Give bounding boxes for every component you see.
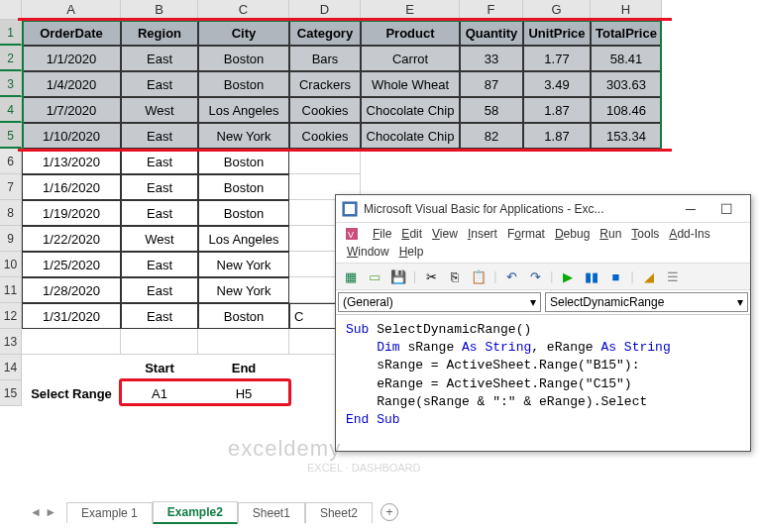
cell[interactable]: 1.87: [523, 97, 591, 123]
cell[interactable]: 1.87: [523, 123, 591, 149]
col-header-B[interactable]: B: [121, 0, 198, 20]
cell[interactable]: 303.63: [591, 71, 662, 97]
save-icon[interactable]: 💾: [389, 267, 407, 285]
cell[interactable]: [121, 329, 198, 355]
project-icon[interactable]: ☰: [664, 267, 682, 285]
cell-end-header[interactable]: End: [198, 355, 289, 380]
cell[interactable]: New York: [198, 123, 289, 149]
tab-example1[interactable]: Example 1: [66, 502, 153, 523]
cell[interactable]: OrderDate: [22, 20, 121, 46]
cell[interactable]: West: [121, 97, 198, 123]
cell[interactable]: East: [121, 149, 198, 174]
cell[interactable]: 1/13/2020: [22, 149, 121, 174]
cell[interactable]: Boston: [198, 200, 289, 226]
cell[interactable]: 1/22/2020: [22, 226, 121, 252]
row-header-6[interactable]: 6: [0, 149, 22, 174]
cell[interactable]: Whole Wheat: [361, 71, 460, 97]
cell[interactable]: 108.46: [591, 97, 662, 123]
cell[interactable]: West: [121, 226, 198, 252]
col-header-G[interactable]: G: [523, 0, 591, 20]
cell[interactable]: Cookies: [289, 97, 361, 123]
cell[interactable]: 153.34: [591, 123, 662, 149]
row-header-5[interactable]: 5: [0, 123, 22, 149]
cell[interactable]: 58.41: [591, 46, 662, 71]
object-dropdown[interactable]: (General) ▾: [338, 292, 541, 312]
tab-sheet2[interactable]: Sheet2: [305, 502, 373, 523]
menu-run[interactable]: Run: [597, 226, 624, 242]
cell[interactable]: City: [198, 20, 289, 46]
menu-edit[interactable]: Edit: [398, 226, 425, 242]
cell[interactable]: Boston: [198, 149, 289, 174]
cell[interactable]: UnitPrice: [523, 20, 591, 46]
cell[interactable]: New York: [198, 277, 289, 303]
cell[interactable]: Quantity: [460, 20, 523, 46]
cell[interactable]: 1/16/2020: [22, 174, 121, 200]
cell[interactable]: 1/31/2020: [22, 303, 121, 329]
row-header-15[interactable]: 15: [0, 380, 22, 406]
undo-icon[interactable]: ↶: [502, 267, 520, 285]
cut-icon[interactable]: ✂: [422, 267, 440, 285]
cell[interactable]: 33: [460, 46, 523, 71]
cell[interactable]: Los Angeles: [198, 97, 289, 123]
cell[interactable]: TotalPrice: [591, 20, 662, 46]
row-header-3[interactable]: 3: [0, 71, 22, 97]
tab-nav-arrows[interactable]: ◄ ►: [30, 505, 56, 519]
col-header-C[interactable]: C: [198, 0, 289, 20]
cell[interactable]: 1/28/2020: [22, 277, 121, 303]
cell[interactable]: 58: [460, 97, 523, 123]
cell[interactable]: 1/25/2020: [22, 252, 121, 277]
cell-end-value[interactable]: H5: [198, 380, 289, 406]
cell[interactable]: Boston: [198, 46, 289, 71]
cell[interactable]: East: [121, 200, 198, 226]
cell[interactable]: Category: [289, 20, 361, 46]
cell[interactable]: [289, 149, 361, 174]
redo-icon[interactable]: ↷: [526, 267, 544, 285]
cell[interactable]: Chocolate Chip: [361, 123, 460, 149]
cell-start-value[interactable]: A1: [121, 380, 198, 406]
paste-icon[interactable]: 📋: [470, 267, 488, 285]
cell[interactable]: Chocolate Chip: [361, 97, 460, 123]
col-header-D[interactable]: D: [289, 0, 361, 20]
cell[interactable]: 1/10/2020: [22, 123, 121, 149]
cell[interactable]: 1.77: [523, 46, 591, 71]
cell[interactable]: East: [121, 123, 198, 149]
menu-view[interactable]: View: [429, 226, 461, 242]
cell[interactable]: 1/1/2020: [22, 46, 121, 71]
cell[interactable]: [198, 329, 289, 355]
cell[interactable]: East: [121, 71, 198, 97]
cell[interactable]: Region: [121, 20, 198, 46]
vba-titlebar[interactable]: Microsoft Visual Basic for Applications …: [336, 195, 750, 223]
menu-help[interactable]: Help: [396, 244, 427, 260]
cell[interactable]: New York: [198, 252, 289, 277]
cell[interactable]: 82: [460, 123, 523, 149]
col-header-E[interactable]: E: [361, 0, 460, 20]
run-icon[interactable]: ▶: [559, 267, 577, 285]
cell[interactable]: Boston: [198, 303, 289, 329]
form-icon[interactable]: ▭: [366, 267, 383, 285]
select-all-corner[interactable]: [0, 0, 22, 20]
cell[interactable]: 3.49: [523, 71, 591, 97]
cell-start-header[interactable]: Start: [121, 355, 198, 380]
row-header-14[interactable]: 14: [0, 355, 22, 380]
add-sheet-button[interactable]: +: [380, 503, 398, 521]
menu-addins[interactable]: Add-Ins: [666, 226, 712, 242]
col-header-F[interactable]: F: [460, 0, 523, 20]
cell[interactable]: Bars: [289, 46, 361, 71]
tab-example2[interactable]: Example2: [153, 501, 238, 524]
cell[interactable]: Carrot: [361, 46, 460, 71]
row-header-11[interactable]: 11: [0, 277, 22, 303]
menu-tools[interactable]: Tools: [628, 226, 662, 242]
menu-format[interactable]: Format: [504, 226, 548, 242]
row-header-12[interactable]: 12: [0, 303, 22, 329]
row-header-2[interactable]: 2: [0, 46, 22, 71]
excel-icon[interactable]: ▦: [342, 267, 360, 285]
row-header-4[interactable]: 4: [0, 97, 22, 123]
cell[interactable]: East: [121, 46, 198, 71]
procedure-dropdown[interactable]: SelectDynamicRange ▾: [545, 292, 748, 312]
cell-select-range-label[interactable]: Select Range: [22, 380, 121, 406]
maximize-button[interactable]: ☐: [708, 197, 744, 221]
cell[interactable]: East: [121, 277, 198, 303]
col-header-H[interactable]: H: [591, 0, 662, 20]
menu-window[interactable]: Window: [344, 244, 392, 260]
tab-sheet1[interactable]: Sheet1: [238, 502, 305, 523]
